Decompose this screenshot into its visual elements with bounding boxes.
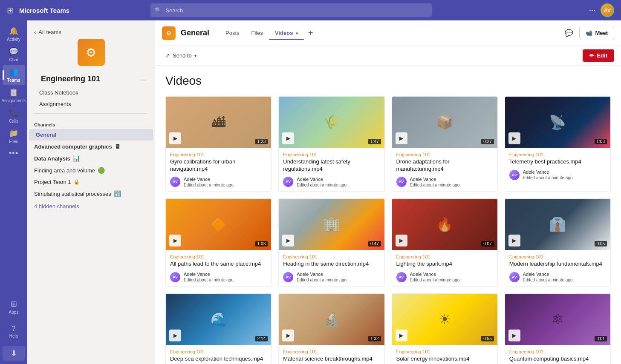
sidebar-item-activity[interactable]: 🔔 Activity [3, 24, 25, 44]
hidden-channels-link[interactable]: 4 hidden channels [27, 200, 155, 213]
duration-badge: 1:03 [595, 139, 607, 144]
sidebar-item-chat[interactable]: 💬 Chat [3, 44, 25, 65]
sidebar-item-assignments[interactable]: 📋 Assignments [3, 85, 25, 106]
sidebar-item-apps[interactable]: ⊞ Apps [3, 297, 25, 317]
author-name: Adele Vance [410, 176, 460, 182]
play-button[interactable]: ▶ [282, 132, 294, 144]
play-button[interactable]: ▶ [508, 330, 520, 341]
play-button[interactable]: ▶ [508, 132, 520, 144]
channel-general-label: General [36, 132, 56, 138]
tab-posts[interactable]: Posts [220, 26, 246, 40]
channel-general[interactable]: General [29, 129, 153, 140]
video-card[interactable]: 🔶 ▶ 1:03 Engineering 101 All paths lead … [165, 198, 272, 287]
video-thumbnail: 👔 ▶ 0:05 [505, 199, 610, 250]
author-name: Adele Vance [184, 176, 234, 182]
team-more-button[interactable]: ··· [138, 74, 148, 86]
play-button[interactable]: ▶ [169, 235, 181, 246]
channel-advanced[interactable]: Advanced computer graphics 🖥 [27, 140, 155, 152]
channel-data[interactable]: Data Analysis 📊 [27, 152, 155, 164]
video-channel: Engineering 101 [283, 152, 380, 157]
channel-area[interactable]: Finding area and volume 🟢 [27, 164, 155, 176]
team-header-row: Engineering 101 ··· [27, 73, 155, 87]
duration-badge: 0:47 [368, 241, 381, 246]
class-notebook-link[interactable]: Class Notebook [27, 87, 155, 98]
channel-header-right: 💬 📹 Meet [562, 26, 614, 40]
play-button[interactable]: ▶ [282, 330, 294, 341]
play-button[interactable]: ▶ [508, 235, 520, 246]
play-button[interactable]: ▶ [169, 132, 181, 144]
sidebar-item-more[interactable]: ••• [3, 146, 25, 161]
sidebar-item-teams[interactable]: 👥 Teams [3, 65, 25, 85]
video-card[interactable]: 🌊 ▶ 2:14 Engineering 101 Deep sea explor… [165, 293, 272, 364]
video-author: AV Adele Vance Edited about a minute ago [283, 176, 380, 188]
video-card[interactable]: 📡 ▶ 1:03 Engineering 101 Telemetry best … [505, 96, 611, 192]
author-name: Adele Vance [523, 271, 573, 277]
play-button[interactable]: ▶ [396, 132, 407, 144]
chat-label: Chat [9, 57, 18, 62]
send-to-button[interactable]: ↗ Send to ▾ [162, 51, 200, 60]
conversation-icon-button[interactable]: 💬 [562, 26, 576, 40]
duration-badge: 1:23 [255, 139, 268, 144]
help-icon: ? [12, 325, 16, 332]
grid-icon[interactable]: ⊞ [7, 5, 14, 15]
author-avatar: AV [283, 272, 293, 282]
author-avatar: AV [509, 170, 520, 180]
more-options-icon[interactable]: ··· [589, 6, 595, 15]
assignments-link[interactable]: Assignments [27, 98, 155, 110]
video-thumbnail: 🔬 ▶ 1:32 [279, 294, 384, 345]
video-card[interactable]: 🔬 ▶ 1:32 Engineering 101 Material scienc… [278, 293, 384, 364]
video-thumbnail: 📦 ▶ 0:27 [392, 97, 497, 148]
video-info: Engineering 101 Drone adaptations for ma… [392, 148, 497, 191]
play-button[interactable]: ▶ [169, 330, 181, 341]
back-to-teams[interactable]: ‹ All teams [27, 26, 155, 39]
video-info: Engineering 101 Lighting the spark.mp4 A… [392, 250, 497, 286]
play-button[interactable]: ▶ [282, 235, 294, 246]
video-card[interactable]: 📦 ▶ 0:27 Engineering 101 Drone adaptatio… [392, 96, 498, 192]
video-card[interactable]: 🏙 ▶ 1:23 Engineering 101 Gyro calibratio… [165, 96, 272, 192]
author-edited: Edited about a minute ago [523, 175, 573, 181]
video-name: Heading in the same direction.mp4 [283, 261, 380, 268]
video-card[interactable]: 🌾 ▶ 1:47 Engineering 101 Understanding l… [278, 96, 384, 192]
edit-button[interactable]: ✏ Edit [583, 49, 614, 62]
sidebar-item-files[interactable]: 📁 Files [3, 126, 25, 146]
play-button[interactable]: ▶ [396, 235, 407, 246]
video-thumbnail: 🌊 ▶ 2:14 [166, 294, 271, 345]
channel-project[interactable]: Project Team 1 🔒 [27, 176, 155, 188]
sidebar-item-calls[interactable]: 📞 Calls [3, 106, 25, 126]
video-name: Material science breakthroughs.mp4 [283, 355, 380, 363]
back-arrow-icon: ‹ [34, 29, 36, 35]
video-card[interactable]: ⚛ ▶ 3:01 Engineering 101 Quantum computi… [505, 293, 611, 364]
author-edited: Edited about a minute ago [410, 277, 460, 283]
lock-icon: 🔒 [74, 179, 80, 185]
play-button[interactable]: ▶ [396, 330, 407, 341]
duration-badge: 2:14 [255, 336, 268, 341]
search-bar[interactable]: 🔍 [150, 3, 432, 17]
video-card[interactable]: ☀ ▶ 0:55 Engineering 101 Solar energy in… [392, 293, 498, 364]
apps-icon: ⊞ [11, 299, 17, 309]
author-edited: Edited about a minute ago [184, 277, 234, 283]
tab-files[interactable]: Files [246, 26, 269, 40]
meet-button[interactable]: 📹 Meet [579, 27, 614, 39]
video-info: Engineering 101 Solar energy innovations… [392, 345, 497, 364]
video-card[interactable]: 🏢 ▶ 0:47 Engineering 101 Heading in the … [278, 198, 384, 287]
video-channel: Engineering 101 [396, 152, 493, 157]
tab-videos[interactable]: Videos ▾ [269, 26, 304, 40]
video-card[interactable]: 🔥 ▶ 0:07 Engineering 101 Lighting the sp… [392, 198, 498, 287]
videos-title: Videos [165, 74, 611, 88]
author-name: Adele Vance [297, 176, 347, 182]
add-tab-button[interactable]: + [304, 25, 318, 41]
channel-divider [34, 113, 148, 114]
calls-label: Calls [9, 119, 18, 123]
sidebar-item-help[interactable]: ? Help [3, 322, 25, 341]
video-info: Engineering 101 Telemetry best practices… [505, 148, 610, 184]
search-input[interactable] [165, 7, 427, 14]
advanced-badge: 🖥 [115, 143, 121, 150]
sidebar-item-download[interactable]: ⬇ [3, 346, 25, 361]
video-thumbnail: 🏢 ▶ 0:47 [279, 199, 384, 250]
edit-label: Edit [597, 52, 607, 59]
channel-simulating[interactable]: Simulating statistical processes 🔢 [27, 188, 155, 200]
user-avatar[interactable]: AV [601, 3, 614, 17]
video-channel: Engineering 101 [396, 254, 493, 259]
video-card[interactable]: 👔 ▶ 0:05 Engineering 101 Modern leadersh… [505, 198, 611, 287]
video-info: Engineering 101 Modern leadership fundam… [505, 250, 610, 286]
